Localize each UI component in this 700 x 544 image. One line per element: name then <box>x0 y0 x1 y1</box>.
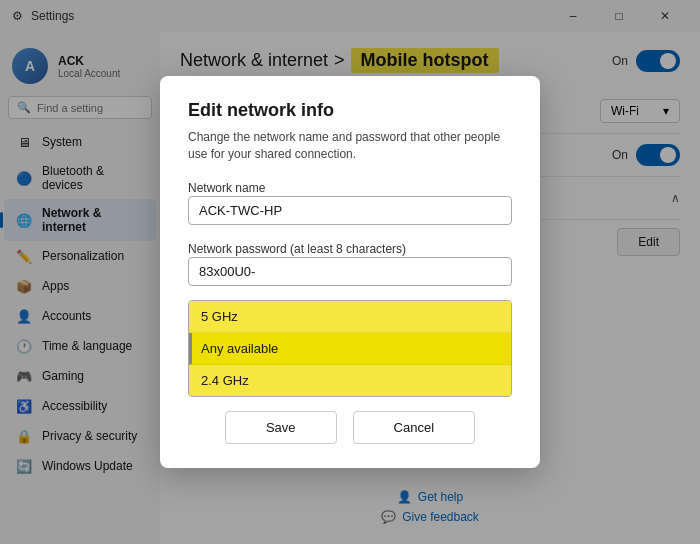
cancel-button[interactable]: Cancel <box>353 411 475 444</box>
modal-title: Edit network info <box>188 100 512 121</box>
edit-network-modal: Edit network info Change the network nam… <box>160 76 540 469</box>
dropdown-option-5ghz[interactable]: 5 GHz <box>189 301 511 333</box>
network-band-dropdown[interactable]: 5 GHz Any available 2.4 GHz <box>188 300 512 397</box>
modal-description: Change the network name and password tha… <box>188 129 512 163</box>
dropdown-option-24ghz[interactable]: 2.4 GHz <box>189 365 511 396</box>
network-name-label: Network name <box>188 181 265 195</box>
network-password-input[interactable] <box>188 257 512 286</box>
modal-actions: Save Cancel <box>188 411 512 444</box>
dropdown-option-any[interactable]: Any available <box>189 333 511 365</box>
modal-overlay: Edit network info Change the network nam… <box>0 0 700 544</box>
network-name-input[interactable] <box>188 196 512 225</box>
save-button[interactable]: Save <box>225 411 337 444</box>
network-password-label: Network password (at least 8 characters) <box>188 242 406 256</box>
